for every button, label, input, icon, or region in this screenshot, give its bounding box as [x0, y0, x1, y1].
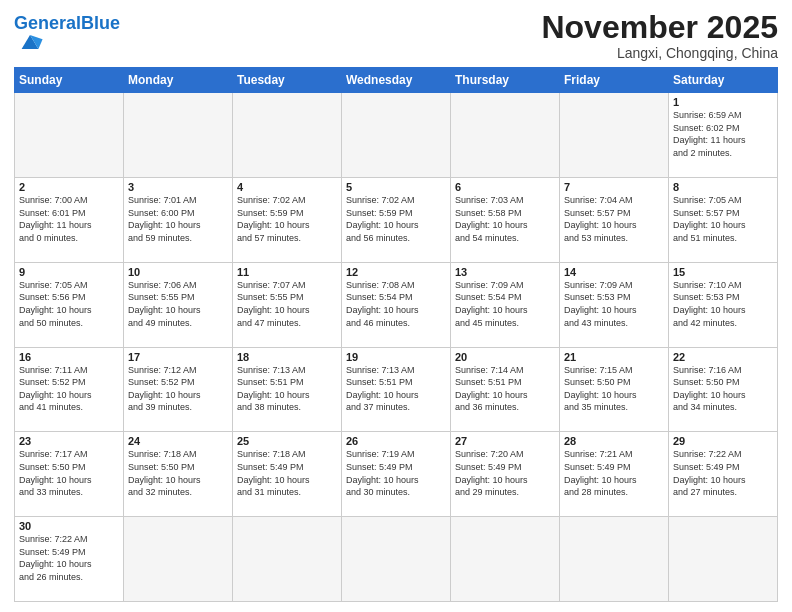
day-number: 30 — [19, 520, 119, 532]
calendar-header: SundayMondayTuesdayWednesdayThursdayFrid… — [15, 68, 778, 93]
weekday-header-row: SundayMondayTuesdayWednesdayThursdayFrid… — [15, 68, 778, 93]
day-info: Sunrise: 7:10 AM Sunset: 5:53 PM Dayligh… — [673, 279, 773, 329]
day-info: Sunrise: 7:03 AM Sunset: 5:58 PM Dayligh… — [455, 194, 555, 244]
day-info: Sunrise: 7:07 AM Sunset: 5:55 PM Dayligh… — [237, 279, 337, 329]
day-cell: 9Sunrise: 7:05 AM Sunset: 5:56 PM Daylig… — [15, 262, 124, 347]
day-cell — [669, 517, 778, 602]
day-info: Sunrise: 7:02 AM Sunset: 5:59 PM Dayligh… — [237, 194, 337, 244]
weekday-tuesday: Tuesday — [233, 68, 342, 93]
day-info: Sunrise: 7:17 AM Sunset: 5:50 PM Dayligh… — [19, 448, 119, 498]
day-number: 2 — [19, 181, 119, 193]
day-info: Sunrise: 7:21 AM Sunset: 5:49 PM Dayligh… — [564, 448, 664, 498]
day-number: 27 — [455, 435, 555, 447]
week-row-2: 9Sunrise: 7:05 AM Sunset: 5:56 PM Daylig… — [15, 262, 778, 347]
day-number: 17 — [128, 351, 228, 363]
day-cell — [15, 93, 124, 178]
day-number: 24 — [128, 435, 228, 447]
day-info: Sunrise: 7:22 AM Sunset: 5:49 PM Dayligh… — [19, 533, 119, 583]
day-info: Sunrise: 7:11 AM Sunset: 5:52 PM Dayligh… — [19, 364, 119, 414]
day-number: 25 — [237, 435, 337, 447]
day-number: 22 — [673, 351, 773, 363]
day-info: Sunrise: 6:59 AM Sunset: 6:02 PM Dayligh… — [673, 109, 773, 159]
day-number: 1 — [673, 96, 773, 108]
page: GeneralBlue November 2025 Langxi, Chongq… — [0, 0, 792, 612]
day-cell: 3Sunrise: 7:01 AM Sunset: 6:00 PM Daylig… — [124, 177, 233, 262]
day-number: 4 — [237, 181, 337, 193]
day-cell — [451, 93, 560, 178]
day-info: Sunrise: 7:13 AM Sunset: 5:51 PM Dayligh… — [237, 364, 337, 414]
day-number: 20 — [455, 351, 555, 363]
weekday-saturday: Saturday — [669, 68, 778, 93]
week-row-5: 30Sunrise: 7:22 AM Sunset: 5:49 PM Dayli… — [15, 517, 778, 602]
day-info: Sunrise: 7:18 AM Sunset: 5:50 PM Dayligh… — [128, 448, 228, 498]
day-number: 28 — [564, 435, 664, 447]
day-cell: 17Sunrise: 7:12 AM Sunset: 5:52 PM Dayli… — [124, 347, 233, 432]
title-block: November 2025 Langxi, Chongqing, China — [541, 10, 778, 61]
day-info: Sunrise: 7:12 AM Sunset: 5:52 PM Dayligh… — [128, 364, 228, 414]
week-row-1: 2Sunrise: 7:00 AM Sunset: 6:01 PM Daylig… — [15, 177, 778, 262]
day-cell: 4Sunrise: 7:02 AM Sunset: 5:59 PM Daylig… — [233, 177, 342, 262]
day-cell — [124, 517, 233, 602]
header: GeneralBlue November 2025 Langxi, Chongq… — [14, 10, 778, 61]
day-cell — [233, 517, 342, 602]
day-cell: 21Sunrise: 7:15 AM Sunset: 5:50 PM Dayli… — [560, 347, 669, 432]
day-cell: 29Sunrise: 7:22 AM Sunset: 5:49 PM Dayli… — [669, 432, 778, 517]
day-info: Sunrise: 7:19 AM Sunset: 5:49 PM Dayligh… — [346, 448, 446, 498]
day-cell: 12Sunrise: 7:08 AM Sunset: 5:54 PM Dayli… — [342, 262, 451, 347]
day-info: Sunrise: 7:16 AM Sunset: 5:50 PM Dayligh… — [673, 364, 773, 414]
weekday-friday: Friday — [560, 68, 669, 93]
day-number: 13 — [455, 266, 555, 278]
day-cell — [233, 93, 342, 178]
day-cell: 10Sunrise: 7:06 AM Sunset: 5:55 PM Dayli… — [124, 262, 233, 347]
day-info: Sunrise: 7:13 AM Sunset: 5:51 PM Dayligh… — [346, 364, 446, 414]
location: Langxi, Chongqing, China — [541, 45, 778, 61]
day-info: Sunrise: 7:06 AM Sunset: 5:55 PM Dayligh… — [128, 279, 228, 329]
weekday-sunday: Sunday — [15, 68, 124, 93]
month-title: November 2025 — [541, 10, 778, 45]
calendar-body: 1Sunrise: 6:59 AM Sunset: 6:02 PM Daylig… — [15, 93, 778, 602]
day-cell: 5Sunrise: 7:02 AM Sunset: 5:59 PM Daylig… — [342, 177, 451, 262]
day-info: Sunrise: 7:09 AM Sunset: 5:54 PM Dayligh… — [455, 279, 555, 329]
day-cell: 19Sunrise: 7:13 AM Sunset: 5:51 PM Dayli… — [342, 347, 451, 432]
weekday-thursday: Thursday — [451, 68, 560, 93]
day-info: Sunrise: 7:05 AM Sunset: 5:56 PM Dayligh… — [19, 279, 119, 329]
day-cell — [560, 93, 669, 178]
day-info: Sunrise: 7:00 AM Sunset: 6:01 PM Dayligh… — [19, 194, 119, 244]
day-cell — [342, 517, 451, 602]
day-number: 12 — [346, 266, 446, 278]
day-cell: 20Sunrise: 7:14 AM Sunset: 5:51 PM Dayli… — [451, 347, 560, 432]
day-cell: 7Sunrise: 7:04 AM Sunset: 5:57 PM Daylig… — [560, 177, 669, 262]
logo-blue: Blue — [81, 13, 120, 33]
day-number: 5 — [346, 181, 446, 193]
day-cell: 8Sunrise: 7:05 AM Sunset: 5:57 PM Daylig… — [669, 177, 778, 262]
day-cell — [124, 93, 233, 178]
day-info: Sunrise: 7:22 AM Sunset: 5:49 PM Dayligh… — [673, 448, 773, 498]
day-number: 16 — [19, 351, 119, 363]
day-info: Sunrise: 7:05 AM Sunset: 5:57 PM Dayligh… — [673, 194, 773, 244]
logo-icon — [16, 28, 44, 56]
day-number: 18 — [237, 351, 337, 363]
weekday-monday: Monday — [124, 68, 233, 93]
day-info: Sunrise: 7:01 AM Sunset: 6:00 PM Dayligh… — [128, 194, 228, 244]
day-info: Sunrise: 7:08 AM Sunset: 5:54 PM Dayligh… — [346, 279, 446, 329]
week-row-3: 16Sunrise: 7:11 AM Sunset: 5:52 PM Dayli… — [15, 347, 778, 432]
day-cell: 18Sunrise: 7:13 AM Sunset: 5:51 PM Dayli… — [233, 347, 342, 432]
day-number: 23 — [19, 435, 119, 447]
day-number: 11 — [237, 266, 337, 278]
weekday-wednesday: Wednesday — [342, 68, 451, 93]
day-cell: 26Sunrise: 7:19 AM Sunset: 5:49 PM Dayli… — [342, 432, 451, 517]
day-cell — [342, 93, 451, 178]
day-number: 7 — [564, 181, 664, 193]
day-cell: 6Sunrise: 7:03 AM Sunset: 5:58 PM Daylig… — [451, 177, 560, 262]
day-cell — [560, 517, 669, 602]
day-number: 8 — [673, 181, 773, 193]
logo: GeneralBlue — [14, 14, 120, 60]
day-cell: 22Sunrise: 7:16 AM Sunset: 5:50 PM Dayli… — [669, 347, 778, 432]
day-cell: 15Sunrise: 7:10 AM Sunset: 5:53 PM Dayli… — [669, 262, 778, 347]
day-cell: 24Sunrise: 7:18 AM Sunset: 5:50 PM Dayli… — [124, 432, 233, 517]
day-cell: 1Sunrise: 6:59 AM Sunset: 6:02 PM Daylig… — [669, 93, 778, 178]
day-cell: 25Sunrise: 7:18 AM Sunset: 5:49 PM Dayli… — [233, 432, 342, 517]
day-number: 21 — [564, 351, 664, 363]
day-cell: 11Sunrise: 7:07 AM Sunset: 5:55 PM Dayli… — [233, 262, 342, 347]
week-row-4: 23Sunrise: 7:17 AM Sunset: 5:50 PM Dayli… — [15, 432, 778, 517]
